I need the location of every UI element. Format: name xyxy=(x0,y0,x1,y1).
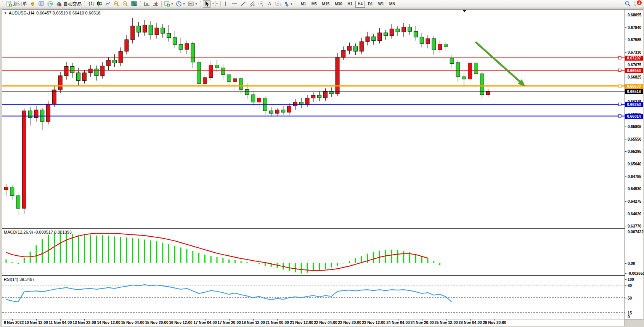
zoom-out-icon xyxy=(122,1,128,7)
candle-body xyxy=(251,95,255,102)
time-tick-mark xyxy=(277,319,278,321)
collapse-icon[interactable]: ▼ xyxy=(4,11,7,15)
arrow-objects-button[interactable]: ▼ xyxy=(282,0,294,8)
timeframe-button-mn[interactable]: MN xyxy=(387,1,398,8)
candle-body xyxy=(88,69,92,73)
time-tick-mark xyxy=(495,319,495,321)
indicators-template-button[interactable]: ▼ xyxy=(186,0,199,8)
timeframe-button-d1[interactable]: D1 xyxy=(366,1,375,8)
candle-body xyxy=(360,42,363,51)
arrow-objects-icon xyxy=(283,1,289,7)
line-handle[interactable] xyxy=(618,85,621,87)
fibonacci-button[interactable]: F xyxy=(257,0,266,8)
text-button[interactable]: A xyxy=(266,0,274,8)
time-tick-mark xyxy=(253,319,254,321)
new-chart-button[interactable]: ▼ xyxy=(163,0,175,8)
time-tick-mark xyxy=(36,319,37,321)
price-tick-mark xyxy=(625,214,626,214)
rsi-line xyxy=(6,285,452,302)
candle-body xyxy=(119,51,122,63)
macd-pane[interactable]: MACD(12,26,9) -0.000517 0.001093 xyxy=(2,228,625,276)
candlestick-chart-button[interactable] xyxy=(95,0,104,8)
zoom-in-button[interactable] xyxy=(112,0,121,8)
time-axis-label: 21 Nov 00:00 xyxy=(265,321,289,325)
main-chart-pane[interactable]: ▼ AUDUSD-,H4 0.66457 0.66519 0.66410 0.6… xyxy=(2,9,625,228)
time-axis-label: 21 Nov 12:00 xyxy=(290,321,313,325)
candle-body xyxy=(71,66,74,73)
line-chart-button[interactable] xyxy=(104,0,112,8)
vertical-line-icon xyxy=(223,1,228,7)
fibonacci-icon: F xyxy=(258,1,265,7)
chart-shift-marker[interactable] xyxy=(463,10,466,12)
toolbar-grip xyxy=(140,1,141,7)
time-axis-label: 17 Nov 20:00 xyxy=(217,321,241,325)
candle-body xyxy=(209,65,213,78)
terminal-button[interactable] xyxy=(37,0,46,8)
crosshair-button[interactable] xyxy=(211,0,219,8)
candle-body xyxy=(323,91,327,98)
horizontal-line-button[interactable] xyxy=(230,0,239,8)
timeframe-button-m5[interactable]: M5 xyxy=(309,1,319,8)
chart-shift-button[interactable] xyxy=(151,0,160,8)
trendline-button[interactable] xyxy=(239,0,247,8)
candle-body xyxy=(77,73,80,80)
signal-button[interactable] xyxy=(46,0,55,8)
indicator-tick-mark xyxy=(625,317,626,317)
timeframe-button-h1[interactable]: H1 xyxy=(345,1,355,8)
equidistant-channel-icon: E xyxy=(249,1,255,7)
candle-body xyxy=(191,43,195,62)
line-handle[interactable] xyxy=(618,69,621,72)
timeframe-button-m30[interactable]: M30 xyxy=(332,1,344,8)
candle-body xyxy=(287,106,291,112)
macd-label: MACD(12,26,9) -0.000517 0.001093 xyxy=(4,230,72,234)
time-axis-label: 18 Nov 12:00 xyxy=(241,321,265,325)
price-axis[interactable]: 0.680950.678400.675850.673300.670750.668… xyxy=(625,9,643,319)
time-axis[interactable]: 9 Nov 202210 Nov 12:0011 Nov 04:0013 Nov… xyxy=(2,319,625,326)
tile-windows-button[interactable] xyxy=(130,0,138,8)
candle-body xyxy=(402,27,406,32)
zoom-out-button[interactable] xyxy=(121,0,130,8)
new-order-button[interactable]: 新订单 xyxy=(5,0,28,8)
price-tick-mark xyxy=(625,77,626,77)
line-handle[interactable] xyxy=(618,56,621,59)
timeframe-button-m15[interactable]: M15 xyxy=(320,1,332,8)
line-handle[interactable] xyxy=(618,115,621,117)
vertical-line-button[interactable] xyxy=(222,0,230,8)
candlestick-chart[interactable] xyxy=(2,10,625,228)
candle-body xyxy=(239,79,243,89)
timeframe-button-m1[interactable]: M1 xyxy=(299,1,308,8)
bar-chart-button[interactable] xyxy=(87,0,95,8)
search-button[interactable] xyxy=(623,0,632,8)
toolbar-separator xyxy=(161,1,162,7)
price-tick-mark xyxy=(625,27,626,28)
time-tick-mark xyxy=(326,319,326,321)
candle-body xyxy=(22,111,26,208)
rsi-pane[interactable]: RSI(14) 39.3487 xyxy=(2,276,625,319)
chevron-down-icon: ▼ xyxy=(183,3,185,5)
candle-body xyxy=(185,43,189,49)
timeframe-bar: M1M5M15M30H1H4D1W1MN xyxy=(298,0,398,8)
notifications-button[interactable]: 1 xyxy=(632,0,641,8)
text-label-button[interactable]: T xyxy=(274,0,282,8)
candle-body xyxy=(161,28,165,33)
line-handle[interactable] xyxy=(618,103,621,106)
timeframe-button-h4[interactable]: H4 xyxy=(355,1,365,8)
cursor-button[interactable] xyxy=(203,0,211,8)
candle-body xyxy=(82,73,86,80)
line-chart-icon xyxy=(105,1,111,7)
autotrading-button[interactable]: 自动交易 xyxy=(55,0,83,8)
trendline-icon xyxy=(240,1,246,7)
toolbar-grip xyxy=(84,1,86,7)
time-axis-label: 10 Nov 12:00 xyxy=(24,321,48,325)
auto-scroll-button[interactable] xyxy=(143,0,151,8)
time-tick-mark xyxy=(302,319,302,321)
time-tick-mark xyxy=(133,319,133,321)
svg-text:E: E xyxy=(253,4,255,6)
candle-body xyxy=(215,65,219,68)
candle-body xyxy=(450,58,454,64)
equidistant-channel-button[interactable]: E xyxy=(247,0,257,8)
gold-button[interactable] xyxy=(28,0,37,8)
price-tick-label: 0.64530 xyxy=(628,187,641,191)
periods-button[interactable]: ▼ xyxy=(175,0,186,8)
timeframe-button-w1[interactable]: W1 xyxy=(376,1,386,8)
